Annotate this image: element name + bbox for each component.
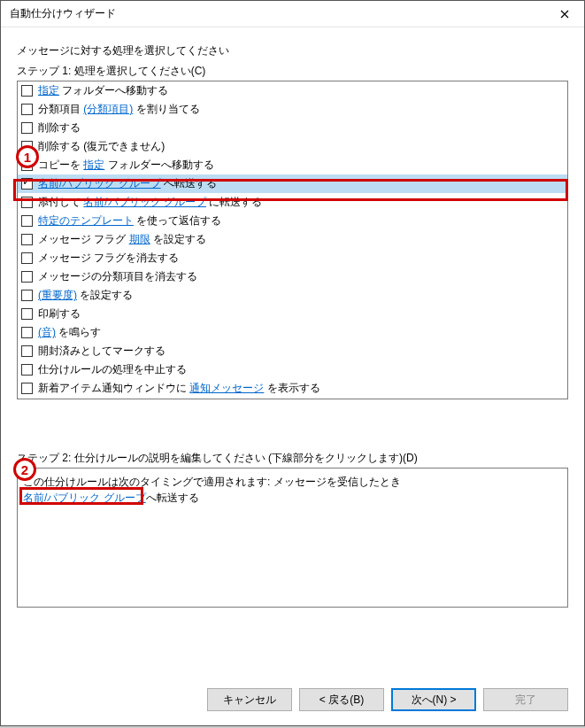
action-checkbox[interactable] xyxy=(21,104,33,115)
action-label: (重要度) を設定する xyxy=(38,287,133,304)
action-link[interactable]: 期限 xyxy=(129,233,150,245)
step1-label: ステップ 1: 処理を選択してください(C) xyxy=(17,64,568,79)
annotation-1: 1 xyxy=(16,145,39,168)
step2-label: ステップ 2: 仕分けルールの説明を編集してください (下線部分をクリックします… xyxy=(17,451,568,466)
action-checkbox[interactable] xyxy=(21,345,33,357)
action-listbox[interactable]: 指定 フォルダーへ移動する分類項目 (分類項目) を割り当てる削除する削除する … xyxy=(17,81,568,399)
desc-post-text: へ転送する xyxy=(146,492,199,504)
content-area: メッセージに対する処理を選択してください ステップ 1: 処理を選択してください… xyxy=(1,27,584,608)
action-label: 削除する xyxy=(38,120,81,136)
action-row[interactable]: 分類項目 (分類項目) を割り当てる xyxy=(18,100,567,119)
action-checkbox[interactable] xyxy=(21,252,33,264)
instruction-text: メッセージに対する処理を選択してください xyxy=(17,43,568,58)
action-row[interactable]: 名前/パブリック グループ へ転送する xyxy=(18,174,567,193)
action-row[interactable]: メッセージの分類項目を消去する xyxy=(18,267,567,286)
action-checkbox[interactable] xyxy=(21,290,33,301)
action-row[interactable]: 新着アイテム通知ウィンドウに 通知メッセージ を表示する xyxy=(18,379,567,398)
action-checkbox[interactable] xyxy=(21,327,33,338)
action-checkbox[interactable] xyxy=(21,271,33,283)
action-link[interactable]: 指定 xyxy=(38,84,59,97)
action-checkbox[interactable] xyxy=(21,383,33,394)
action-link[interactable]: (分類項目) xyxy=(83,103,133,115)
action-label: 仕分けルールの処理を中止する xyxy=(38,361,187,378)
action-label: メッセージ フラグ 期限 を設定する xyxy=(38,231,206,248)
action-row[interactable]: コピーを 指定 フォルダーへ移動する xyxy=(18,156,567,174)
action-label: 特定のテンプレート を使って返信する xyxy=(38,213,221,229)
action-row[interactable]: (音) を鳴らす xyxy=(18,323,567,342)
button-bar: キャンセル < 戻る(B) 次へ(N) > 完了 xyxy=(207,688,568,711)
action-label: 削除する (復元できません) xyxy=(38,138,165,155)
action-row[interactable]: メッセージ フラグを消去する xyxy=(18,249,567,267)
action-checkbox[interactable] xyxy=(21,364,33,376)
action-link[interactable]: (重要度) xyxy=(38,289,77,301)
action-label: デスクトップ通知を表示する xyxy=(38,399,176,399)
desc-line-1: この仕分けルールは次のタイミングで適用されます: メッセージを受信したとき xyxy=(23,474,562,490)
description-box: この仕分けルールは次のタイミングで適用されます: メッセージを受信したとき 名前… xyxy=(17,468,568,608)
desc-line-2: 名前/パブリック グループへ転送する xyxy=(23,490,562,506)
action-link[interactable]: (音) xyxy=(38,326,56,338)
action-row[interactable]: (重要度) を設定する xyxy=(18,286,567,305)
action-checkbox[interactable] xyxy=(21,234,33,245)
wizard-dialog: 自動仕分けウィザード メッセージに対する処理を選択してください ステップ 1: … xyxy=(0,0,585,726)
action-label: (音) を鳴らす xyxy=(38,324,101,341)
action-row[interactable]: 印刷する xyxy=(18,305,567,323)
action-link[interactable]: 特定のテンプレート xyxy=(38,214,134,227)
close-icon xyxy=(560,10,569,19)
action-row[interactable]: 特定のテンプレート を使って返信する xyxy=(18,212,567,230)
action-checkbox[interactable] xyxy=(21,215,33,227)
action-row[interactable]: 仕分けルールの処理を中止する xyxy=(18,360,567,379)
action-checkbox[interactable] xyxy=(21,308,33,320)
dialog-title: 自動仕分けウィザード xyxy=(10,6,116,21)
action-label: メッセージの分類項目を消去する xyxy=(38,268,197,285)
action-row[interactable]: 削除する xyxy=(18,119,567,137)
action-checkbox[interactable] xyxy=(21,122,33,134)
action-label: 開封済みとしてマークする xyxy=(38,343,165,360)
action-row[interactable]: メッセージ フラグ 期限 を設定する xyxy=(18,230,567,249)
action-label: コピーを 指定 フォルダーへ移動する xyxy=(38,157,214,174)
action-label: 新着アイテム通知ウィンドウに 通知メッセージ を表示する xyxy=(38,380,320,397)
close-button[interactable] xyxy=(544,1,584,27)
cancel-button[interactable]: キャンセル xyxy=(207,688,292,711)
desc-link-name-group[interactable]: 名前/パブリック グループ xyxy=(23,492,146,504)
next-button[interactable]: 次へ(N) > xyxy=(391,688,476,711)
back-button[interactable]: < 戻る(B) xyxy=(299,688,384,711)
action-checkbox[interactable] xyxy=(21,178,33,190)
action-row[interactable]: 指定 フォルダーへ移動する xyxy=(18,81,567,100)
action-row[interactable]: 添付して 名前/パブリック グループ に転送する xyxy=(18,193,567,212)
action-label: 名前/パブリック グループ へ転送する xyxy=(38,175,217,192)
action-link[interactable]: 名前/パブリック グループ xyxy=(83,196,206,208)
action-checkbox[interactable] xyxy=(21,197,33,208)
action-label: メッセージ フラグを消去する xyxy=(38,250,179,267)
action-link[interactable]: 指定 xyxy=(83,159,104,171)
action-row[interactable]: 開封済みとしてマークする xyxy=(18,342,567,360)
finish-button[interactable]: 完了 xyxy=(483,688,568,711)
action-link[interactable]: 名前/パブリック グループ xyxy=(38,177,161,190)
action-label: 指定 フォルダーへ移動する xyxy=(38,82,168,99)
action-row[interactable]: デスクトップ通知を表示する xyxy=(18,398,567,399)
action-row[interactable]: 削除する (復元できません) xyxy=(18,137,567,156)
action-label: 印刷する xyxy=(38,306,81,322)
action-label: 添付して 名前/パブリック グループ に転送する xyxy=(38,194,262,211)
action-label: 分類項目 (分類項目) を割り当てる xyxy=(38,101,200,118)
action-link[interactable]: 通知メッセージ xyxy=(189,382,264,394)
action-checkbox[interactable] xyxy=(21,85,33,97)
titlebar: 自動仕分けウィザード xyxy=(1,1,584,27)
annotation-2: 2 xyxy=(13,458,36,481)
